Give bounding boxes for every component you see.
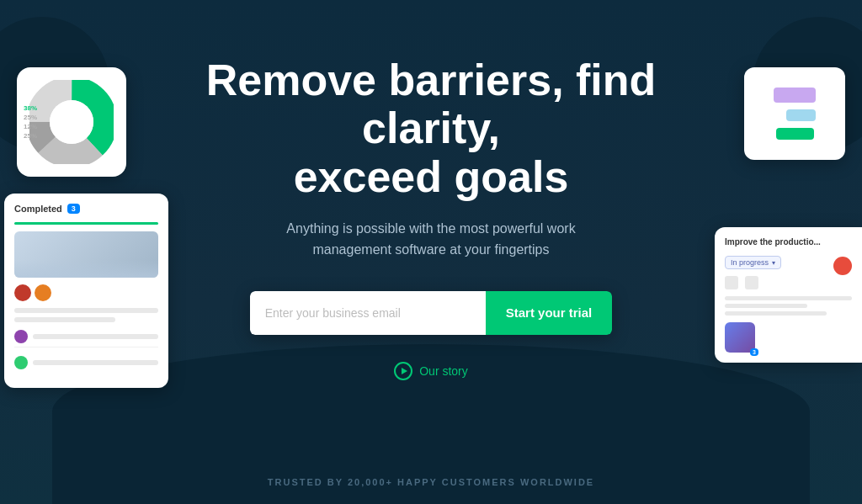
email-input[interactable] [250,291,486,335]
trusted-banner: TRUSTED BY 20,000+ HAPPY CUSTOMERS WORLD… [0,474,862,489]
play-icon [394,362,412,380]
email-form: Start your trial [250,291,613,335]
play-triangle [402,368,407,374]
hero-subheadline: Anything is possible with the most power… [271,218,591,261]
page-wrapper: 38% 25% 12% 25% Completed 3 [0,0,862,504]
trusted-text: TRUSTED BY 20,000+ HAPPY CUSTOMERS WORLD… [268,477,594,487]
hero-headline: Remove barriers, find clarity, exceed go… [187,56,675,201]
main-content: Remove barriers, find clarity, exceed go… [0,0,862,504]
headline-line2: exceed goals [294,152,569,201]
our-story-link[interactable]: Our story [394,362,468,380]
headline-line1: Remove barriers, find clarity, [206,56,657,152]
our-story-label: Our story [419,364,468,378]
start-trial-button[interactable]: Start your trial [486,291,613,335]
